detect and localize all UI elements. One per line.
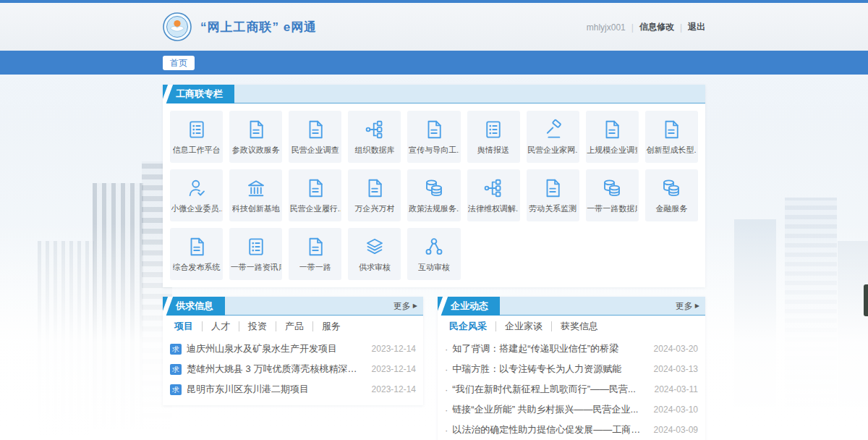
dynamics-list-item[interactable]: · 链接“企业所能” 共助乡村振兴——民营企业... 2024-03-10 bbox=[445, 399, 698, 420]
dynamics-list-item[interactable]: · 知了背调：搭建起“传递职业信任”的桥梁 2024-03-20 bbox=[445, 339, 698, 359]
user-area: mhlyjx001 | 信息修改 | 退出 bbox=[587, 21, 705, 33]
features-panel: 工商联专栏 信息工作平台 参政议政服务 民营企业调查 组织数据库 宣传与导 bbox=[163, 85, 705, 287]
dynamics-item-title: 中瑞方胜：以专注铸专长为人力资源赋能 bbox=[452, 363, 646, 376]
feature-tile[interactable]: 参政议政服务 bbox=[229, 111, 282, 163]
feature-grid: 信息工作平台 参政议政服务 民营企业调查 组织数据库 宣传与导向工... 舆情报… bbox=[163, 103, 705, 287]
feature-tile-label: 民营企业履行... bbox=[290, 203, 341, 214]
dynamics-list-item[interactable]: · “我们在新时代新征程上凯歌而行”——民营... 2024-03-11 bbox=[445, 379, 698, 399]
feature-tile[interactable]: 金融服务 bbox=[645, 169, 698, 221]
feature-tile-label: 政策法规服务... bbox=[409, 203, 459, 214]
form-list-icon bbox=[482, 118, 505, 141]
feature-tile[interactable]: 民营企业履行... bbox=[289, 169, 341, 221]
document-icon bbox=[363, 177, 386, 200]
document-icon bbox=[304, 177, 327, 200]
feature-tile[interactable]: 宣传与导向工... bbox=[407, 111, 460, 163]
gavel-icon bbox=[541, 118, 564, 141]
supply-list-item[interactable]: 求 迪庆州山泉水及矿泉水生产开发项目 2023-12-14 bbox=[170, 339, 416, 359]
supply-item-date: 2023-12-14 bbox=[372, 364, 416, 374]
feature-tile[interactable]: 政策法规服务... bbox=[407, 169, 460, 221]
dynamics-item-title: 知了背调：搭建起“传递职业信任”的桥梁 bbox=[452, 342, 646, 355]
feature-tile[interactable]: 科技创新基地 bbox=[229, 169, 282, 221]
supply-panel-header: 供求信息 更多 ▶ bbox=[163, 297, 423, 316]
feature-tile[interactable]: 供求审核 bbox=[348, 228, 401, 280]
feature-tile[interactable]: 法律维权调解... bbox=[467, 169, 520, 221]
bullet-icon: · bbox=[445, 405, 448, 415]
demand-badge: 求 bbox=[170, 364, 182, 375]
main-nav: 首页 bbox=[0, 51, 868, 75]
dynamics-tab[interactable]: 获奖信息 bbox=[551, 321, 607, 331]
supply-panel-title: 供求信息 bbox=[163, 297, 225, 316]
supply-info-panel: 供求信息 更多 ▶ 项目 人才 投资 产品 服务 bbox=[163, 297, 423, 405]
document-icon bbox=[244, 118, 268, 141]
dynamics-tab[interactable]: 企业家谈 bbox=[495, 321, 551, 331]
bullet-icon: · bbox=[445, 344, 448, 355]
feature-tile[interactable]: 一带一路资讯库 bbox=[229, 228, 282, 280]
feature-tile[interactable]: 小微企业委员... bbox=[170, 169, 223, 221]
bank-icon bbox=[244, 177, 268, 200]
supply-item-title: 迪庆州山泉水及矿泉水生产开发项目 bbox=[187, 342, 365, 355]
dynamics-more-link[interactable]: 更多 ▶ bbox=[676, 297, 699, 316]
site-header: “网上工商联” e网通 mhlyjx001 | 信息修改 | 退出 bbox=[0, 3, 868, 51]
site-logo-icon bbox=[163, 12, 192, 41]
dynamics-item-title: “我们在新时代新征程上凯歌而行”——民营... bbox=[452, 383, 647, 396]
supply-tab[interactable]: 投资 bbox=[239, 321, 276, 331]
feature-tile-label: 组织数据库 bbox=[354, 145, 394, 156]
feature-tile[interactable]: 一带一路数据库 bbox=[586, 169, 639, 221]
dynamics-list-item[interactable]: · 以法治的确定性助力提信心促发展——工商联... 2024-03-09 bbox=[445, 420, 698, 440]
feature-tile[interactable]: 万企兴万村 bbox=[348, 169, 401, 221]
feature-tile[interactable]: 劳动关系监测 bbox=[527, 169, 579, 221]
feature-tile[interactable]: 创新型成长型... bbox=[645, 111, 698, 163]
dynamics-tab[interactable]: 民企风采 bbox=[441, 321, 495, 331]
logout-link[interactable]: 退出 bbox=[688, 21, 705, 33]
bullet-icon: · bbox=[445, 364, 448, 375]
supply-item-date: 2023-12-14 bbox=[372, 344, 416, 354]
feature-tile-label: 一带一路 bbox=[299, 262, 331, 273]
supply-item-title: 楚雄州大姚县 3 万吨优质薄壳核桃精深加工及科... bbox=[187, 363, 365, 376]
supply-list-item[interactable]: 求 昆明市东川区东川港二期项目 2023-12-14 bbox=[170, 379, 416, 399]
feature-tile[interactable]: 上规模企业调查 bbox=[586, 111, 639, 163]
feature-tile-label: 万企兴万村 bbox=[354, 203, 394, 214]
supply-tab[interactable]: 项目 bbox=[166, 321, 202, 331]
document-icon bbox=[600, 118, 624, 141]
dynamics-tabs: 民企风采 企业家谈 获奖信息 bbox=[438, 316, 705, 337]
dynamics-item-date: 2024-03-13 bbox=[654, 364, 698, 374]
features-panel-header: 工商联专栏 bbox=[163, 85, 705, 103]
feature-tile-label: 创新型成长型... bbox=[646, 145, 697, 156]
feature-tile[interactable]: 一带一路 bbox=[289, 228, 341, 280]
supply-tab[interactable]: 产品 bbox=[276, 321, 312, 331]
demand-badge: 求 bbox=[170, 344, 182, 355]
feature-tile-label: 上规模企业调查 bbox=[587, 145, 637, 156]
supply-more-link[interactable]: 更多 ▶ bbox=[393, 297, 417, 316]
floating-side-widget[interactable] bbox=[864, 284, 868, 316]
feature-tile[interactable]: 组织数据库 bbox=[348, 111, 401, 163]
dynamics-list-item[interactable]: · 中瑞方胜：以专注铸专长为人力资源赋能 2024-03-13 bbox=[445, 359, 698, 379]
modify-info-link[interactable]: 信息修改 bbox=[639, 21, 674, 33]
feature-tile[interactable]: 信息工作平台 bbox=[170, 111, 223, 163]
supply-item-date: 2023-12-14 bbox=[372, 384, 416, 394]
supply-tab[interactable]: 服务 bbox=[312, 321, 349, 331]
feature-tile-label: 民营企业调查 bbox=[292, 145, 339, 156]
feature-tile-label: 劳动关系监测 bbox=[529, 203, 576, 214]
username: mhlyjx001 bbox=[587, 22, 626, 32]
document-icon bbox=[304, 118, 327, 141]
document-icon bbox=[541, 177, 564, 200]
feature-tile[interactable]: 民营企业家网... bbox=[527, 111, 579, 163]
enterprise-dynamics-panel: 企业动态 更多 ▶ 民企风采 企业家谈 获奖信息 · bbox=[438, 297, 705, 440]
supply-list-item[interactable]: 求 楚雄州大姚县 3 万吨优质薄壳核桃精深加工及科... 2023-12-14 bbox=[170, 359, 416, 379]
dynamics-panel-title: 企业动态 bbox=[438, 297, 500, 316]
feature-tile[interactable]: 舆情报送 bbox=[467, 111, 520, 163]
feature-tile[interactable]: 综合发布系统 bbox=[170, 228, 223, 280]
demand-badge: 求 bbox=[170, 384, 182, 395]
feature-tile-label: 宣传与导向工... bbox=[409, 145, 459, 156]
database-icon bbox=[660, 177, 683, 200]
dynamics-item-date: 2024-03-09 bbox=[654, 425, 698, 435]
supply-tab[interactable]: 人才 bbox=[202, 321, 239, 331]
database-icon bbox=[600, 177, 624, 200]
home-nav-button[interactable]: 首页 bbox=[163, 56, 195, 70]
feature-tile[interactable]: 互动审核 bbox=[407, 228, 460, 280]
document-icon bbox=[660, 118, 683, 141]
dynamics-item-title: 以法治的确定性助力提信心促发展——工商联... bbox=[452, 423, 646, 436]
feature-tile[interactable]: 民营企业调查 bbox=[289, 111, 341, 163]
org-chart-icon bbox=[363, 118, 386, 141]
feature-tile-label: 一带一路数据库 bbox=[587, 203, 637, 214]
